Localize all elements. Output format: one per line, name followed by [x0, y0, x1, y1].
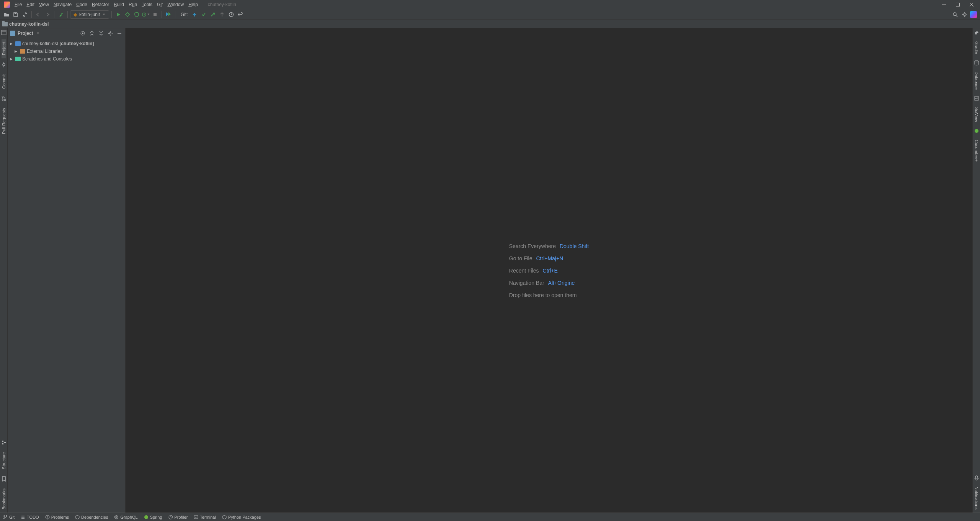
structure-tab[interactable]: Structure — [2, 449, 6, 472]
sciview-tab[interactable]: SciView — [974, 104, 979, 125]
menu-refactor[interactable]: Refactor — [90, 0, 111, 9]
build-hammer-icon[interactable] — [57, 10, 65, 19]
bottom-spring-tab[interactable]: Spring — [144, 515, 162, 519]
nav-back-icon[interactable] — [34, 10, 42, 19]
notifications-tab[interactable]: Notifications — [974, 483, 979, 513]
menu-code[interactable]: Code — [74, 0, 90, 9]
database-tool-icon[interactable] — [974, 60, 979, 65]
bottom-tab-label: Git — [9, 515, 15, 519]
hide-panel-icon[interactable] — [116, 30, 123, 37]
commit-tool-icon[interactable] — [1, 62, 7, 67]
bottom-terminal-tab[interactable]: Terminal — [194, 515, 216, 519]
search-everywhere-icon[interactable] — [951, 10, 959, 19]
maximize-button[interactable] — [951, 0, 965, 9]
project-tab[interactable]: Project — [2, 39, 6, 58]
database-tab[interactable]: Database — [974, 69, 979, 93]
menu-edit[interactable]: Edit — [24, 0, 37, 9]
bookmarks-tab[interactable]: Bookmarks — [2, 485, 6, 513]
sync-icon[interactable] — [21, 10, 29, 19]
bottom-python-packages-tab[interactable]: Python Packages — [222, 515, 261, 519]
bottom-tab-label: Dependencies — [81, 515, 108, 519]
minimize-button[interactable] — [937, 0, 951, 9]
bottom-problems-tab[interactable]: Problems — [45, 515, 69, 519]
run-config-selector[interactable]: ◆ kotlin-junit ▼ — [70, 10, 109, 19]
git-push-icon[interactable] — [209, 10, 217, 19]
editor-area[interactable]: Search Everywhere Double Shift Go to Fil… — [126, 28, 972, 513]
sciview-tool-icon[interactable] — [974, 96, 979, 101]
more-actions-icon[interactable] — [164, 10, 173, 19]
hint-shortcut: Double Shift — [560, 243, 589, 249]
code-with-me-icon[interactable] — [969, 10, 978, 19]
git-history-icon[interactable] — [218, 10, 226, 19]
separator — [31, 11, 32, 18]
bookmarks-tool-icon[interactable] — [1, 476, 7, 482]
svg-point-10 — [964, 14, 965, 15]
expand-arrow-icon[interactable]: ▶ — [15, 49, 18, 53]
git-rollback-icon[interactable] — [236, 10, 245, 19]
hint-shortcut: Ctrl+E — [543, 268, 558, 274]
save-all-icon[interactable] — [11, 10, 20, 19]
warning-icon — [45, 515, 50, 519]
gradle-tool-icon[interactable] — [974, 30, 979, 35]
bottom-tab-label: Problems — [51, 515, 69, 519]
project-tree[interactable]: ▶ chutney-kotlin-dsl [chutney-kotlin] ▶ … — [8, 38, 125, 513]
hint-shortcut: Alt+Origine — [548, 280, 575, 286]
project-panel-title[interactable]: Project — [18, 31, 33, 36]
tree-external-libraries[interactable]: ▶ External Libraries — [8, 47, 125, 55]
structure-tool-icon[interactable] — [1, 440, 7, 445]
project-tool-icon[interactable] — [1, 30, 7, 35]
cucumber-tab[interactable]: Cucumber+ — [974, 137, 979, 165]
git-clock-icon[interactable] — [227, 10, 235, 19]
settings-gear-icon[interactable] — [960, 10, 969, 19]
svg-point-29 — [4, 515, 5, 516]
menu-file[interactable]: File — [12, 0, 24, 9]
app-icon — [4, 2, 10, 8]
git-commit-icon[interactable] — [199, 10, 208, 19]
menu-build[interactable]: Build — [111, 0, 126, 9]
separator — [175, 11, 175, 18]
tree-scratches[interactable]: ▶ Scratches and Consoles — [8, 55, 125, 63]
hint-label: Drop files here to open them — [509, 292, 577, 298]
debug-icon[interactable] — [123, 10, 132, 19]
close-button[interactable] — [965, 0, 978, 9]
pull-requests-tab[interactable]: Pull Requests — [2, 105, 6, 137]
open-icon[interactable] — [2, 10, 11, 19]
menu-window[interactable]: Window — [165, 0, 186, 9]
tree-root-item[interactable]: ▶ chutney-kotlin-dsl [chutney-kotlin] — [8, 40, 125, 47]
collapse-all-icon[interactable] — [98, 30, 105, 37]
git-update-icon[interactable] — [190, 10, 199, 19]
expand-arrow-icon[interactable]: ▶ — [10, 42, 14, 46]
menu-view[interactable]: View — [37, 0, 51, 9]
menu-run[interactable]: Run — [126, 0, 139, 9]
bottom-git-tab[interactable]: Git — [3, 515, 15, 519]
notifications-bell-icon[interactable] — [974, 475, 979, 480]
panel-settings-gear-icon[interactable] — [107, 30, 114, 37]
menu-git[interactable]: Git — [155, 0, 165, 9]
select-opened-file-icon[interactable] — [79, 30, 86, 37]
expand-all-icon[interactable] — [88, 30, 95, 37]
navigation-bar[interactable]: chutney-kotlin-dsl — [0, 20, 980, 28]
commit-tab[interactable]: Commit — [2, 71, 6, 92]
svg-point-24 — [109, 33, 111, 34]
chevron-down-icon[interactable]: ▼ — [36, 31, 40, 35]
pull-requests-icon[interactable] — [1, 96, 7, 101]
profile-icon[interactable]: ▼ — [142, 10, 150, 19]
run-icon[interactable] — [114, 10, 122, 19]
menu-help[interactable]: Help — [186, 0, 200, 9]
bottom-tab-label: TODO — [27, 515, 39, 519]
nav-forward-icon[interactable] — [43, 10, 52, 19]
coverage-icon[interactable] — [132, 10, 141, 19]
bottom-todo-tab[interactable]: TODO — [21, 515, 39, 519]
bottom-graphql-tab[interactable]: GraphQL — [114, 515, 137, 519]
cucumber-tool-icon[interactable] — [974, 128, 979, 134]
python-icon — [222, 515, 227, 519]
bottom-dependencies-tab[interactable]: Dependencies — [75, 515, 108, 519]
menu-navigate[interactable]: Navigate — [51, 0, 74, 9]
breadcrumb[interactable]: chutney-kotlin-dsl — [9, 21, 49, 27]
menu-tools[interactable]: Tools — [139, 0, 155, 9]
expand-arrow-icon[interactable]: ▶ — [10, 57, 14, 61]
gradle-tab[interactable]: Gradle — [974, 38, 979, 57]
bottom-profiler-tab[interactable]: Profiler — [168, 515, 188, 519]
separator — [111, 11, 112, 18]
stop-icon[interactable] — [151, 10, 159, 19]
